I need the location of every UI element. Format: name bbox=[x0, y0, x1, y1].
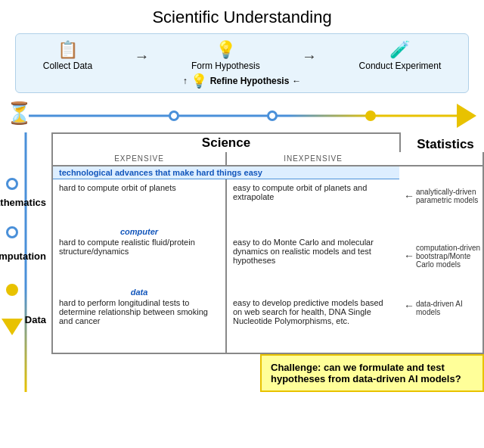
science-stats-area: Science Statistics EXPENSIVE INEXPENSIVE… bbox=[51, 132, 484, 392]
arrow-right-1: → bbox=[135, 48, 150, 65]
data-inexpensive-text: easy to develop predictive models based … bbox=[233, 298, 383, 325]
main-content: Science Statistics EXPENSIVE INEXPENSIVE… bbox=[0, 132, 484, 392]
left-dot-data bbox=[6, 284, 18, 296]
math-label: Mathematics bbox=[0, 197, 46, 208]
table-row-comp: Computation computer hard to compute rea… bbox=[51, 226, 484, 286]
comp-inexpensive-cell: easy to do Monte Carlo and molecular dyn… bbox=[227, 226, 399, 286]
timeline-row: ⏳ bbox=[0, 99, 484, 132]
stats-col-spacer bbox=[399, 152, 482, 165]
comp-expensive-cell: computer hard to compute realistic fluid… bbox=[53, 226, 227, 286]
comp-stats-cell: ← computation-driven bootstrap/Monte Car… bbox=[399, 226, 482, 286]
section-headers: Science Statistics bbox=[51, 132, 484, 152]
data-inexpensive-cell: easy to develop predictive models based … bbox=[227, 286, 399, 353]
arrow-left: ← bbox=[292, 76, 301, 86]
data-tech-label: data bbox=[131, 288, 148, 297]
highlight-text-math: technological advances that make hard th… bbox=[59, 168, 262, 177]
math-expensive-text: hard to compute orbit of planets bbox=[59, 183, 176, 192]
arrow-left-data: ← bbox=[404, 300, 414, 312]
table-row-data: Data data hard to perform longitudinal t… bbox=[51, 286, 484, 354]
comp-stats-text: computation-driven bootstrap/Monte Carlo… bbox=[416, 244, 482, 269]
expensive-header: EXPENSIVE bbox=[53, 152, 227, 165]
timeline-arrow bbox=[457, 104, 476, 128]
comp-label: Computation bbox=[0, 250, 46, 262]
left-dot-math bbox=[6, 178, 18, 190]
flow-collect-data: 📋 Collect Data bbox=[43, 42, 92, 71]
conduct-experiment-label: Conduct Experiment bbox=[359, 61, 442, 71]
highlight-bar-math: technological advances that make hard th… bbox=[53, 166, 399, 179]
timeline-dot-1 bbox=[169, 110, 179, 121]
flow-box: 📋 Collect Data → 💡 Form Hypothesis → 🧪 C… bbox=[15, 33, 469, 93]
arrow-up: ↑ bbox=[183, 76, 188, 86]
comp-tech-label: computer bbox=[120, 227, 158, 236]
timeline-dot-2 bbox=[267, 110, 278, 121]
math-stats-cell: ← analytically-driven parametric models bbox=[399, 166, 482, 226]
stats-header: Statistics bbox=[401, 137, 484, 152]
table-row-math: technological advances that make hard th… bbox=[51, 165, 484, 226]
bulb-icon: 💡 bbox=[216, 42, 236, 58]
table: technological advances that make hard th… bbox=[51, 165, 484, 354]
col-headers: EXPENSIVE INEXPENSIVE bbox=[51, 152, 484, 165]
timeline-line bbox=[29, 115, 461, 117]
collect-data-label: Collect Data bbox=[43, 61, 92, 71]
page-title: Scientific Understanding bbox=[0, 0, 484, 33]
comp-expensive-text: hard to compute realistic fluid/protein … bbox=[59, 238, 195, 256]
inexpensive-header: INEXPENSIVE bbox=[227, 152, 399, 165]
data-stats-text: data-driven AI models bbox=[416, 300, 482, 316]
data-label: Data bbox=[25, 314, 46, 325]
arrow-left-comp: ← bbox=[404, 250, 414, 262]
refine-hypothesis-label: Refine Hypothesis bbox=[210, 76, 290, 86]
left-dot-comp bbox=[6, 226, 18, 238]
flask-icon: 🧪 bbox=[389, 42, 410, 58]
science-header: Science bbox=[51, 132, 401, 152]
form-hypothesis-label: Form Hypothesis bbox=[191, 61, 260, 71]
data-expensive-cell: data hard to perform longitudinal tests … bbox=[53, 286, 227, 353]
flow-conduct-experiment: 🧪 Conduct Experiment bbox=[359, 42, 442, 71]
math-stats-text: analytically-driven parametric models bbox=[416, 188, 482, 204]
challenge-box: Challenge: can we formulate and test hyp… bbox=[260, 354, 484, 392]
arrow-left-math: ← bbox=[404, 190, 414, 202]
bulb-outline-icon: 💡 bbox=[191, 74, 207, 88]
timeline-dot-3 bbox=[365, 110, 376, 121]
math-label-area: Mathematics bbox=[2, 166, 51, 226]
clipboard-icon: 📋 bbox=[57, 42, 78, 58]
challenge-text: Challenge: can we formulate and test hyp… bbox=[271, 362, 461, 384]
data-expensive-text: hard to perform longitudinal tests to de… bbox=[59, 298, 208, 325]
flow-form-hypothesis: 💡 Form Hypothesis bbox=[191, 42, 260, 71]
hourglass-icon: ⏳ bbox=[6, 101, 33, 126]
comp-inexpensive-text: easy to do Monte Carlo and molecular dyn… bbox=[233, 238, 374, 265]
arrow-right-2: → bbox=[302, 48, 317, 65]
data-stats-cell: ← data-driven AI models bbox=[399, 286, 482, 353]
flow-refine-hypothesis: 💡 Refine Hypothesis bbox=[191, 74, 290, 88]
math-inexpensive-text: easy to compute orbit of planets and ext… bbox=[233, 183, 367, 201]
left-arrow-down bbox=[2, 319, 23, 335]
